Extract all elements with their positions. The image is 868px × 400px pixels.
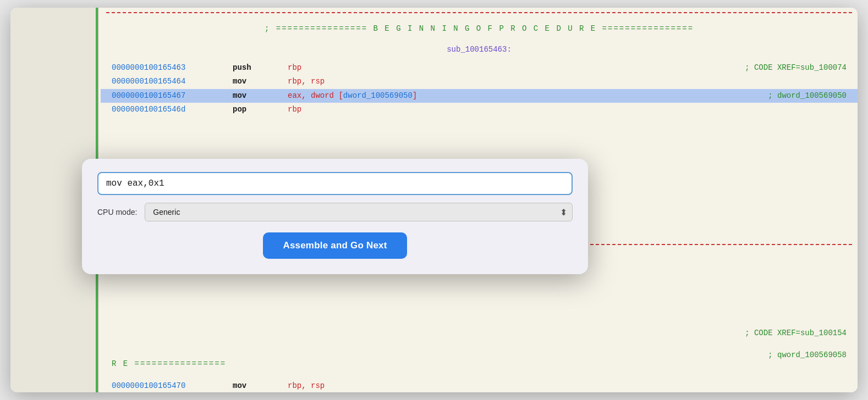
assemble-go-next-button[interactable]: Assemble and Go Next [263, 232, 406, 259]
cpu-mode-label: CPU mode: [97, 208, 137, 216]
main-window: ; ================ B E G I N N I N G O F… [10, 8, 858, 392]
modal-overlay: CPU mode: Generic x86_32 x86_64 ARM ARM6… [10, 8, 858, 392]
cpu-mode-select[interactable]: Generic x86_32 x86_64 ARM ARM64 [145, 203, 573, 221]
button-row: Assemble and Go Next [97, 232, 573, 259]
cpu-mode-select-wrapper: Generic x86_32 x86_64 ARM ARM64 ⬍ [145, 203, 573, 221]
cpu-mode-row: CPU mode: Generic x86_32 x86_64 ARM ARM6… [97, 203, 573, 221]
assembly-input[interactable] [97, 172, 573, 195]
assemble-dialog: CPU mode: Generic x86_32 x86_64 ARM ARM6… [82, 159, 588, 274]
